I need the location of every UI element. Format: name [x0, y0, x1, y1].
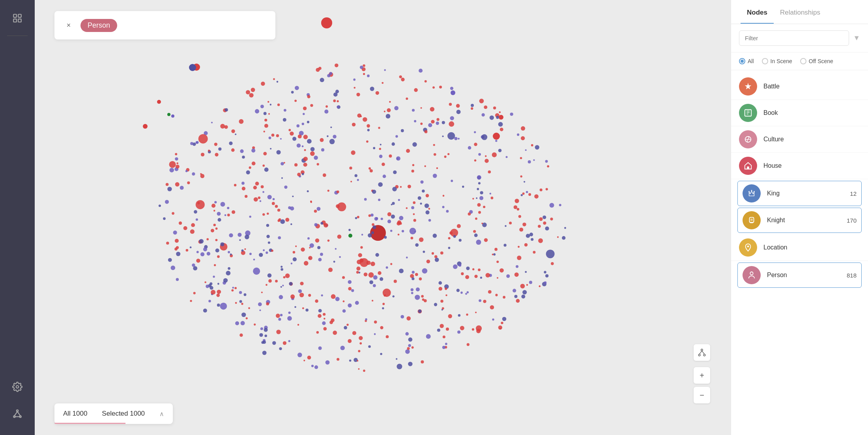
svg-line-14: [700, 351, 702, 354]
canvas-controls: + −: [694, 344, 710, 403]
svg-point-23: [751, 190, 752, 191]
search-bar: × Person: [54, 11, 275, 39]
search-tag-person[interactable]: Person: [80, 19, 117, 32]
filter-input[interactable]: [739, 30, 849, 46]
node-label: Location: [763, 244, 860, 251]
svg-point-11: [701, 349, 703, 351]
svg-rect-26: [750, 218, 754, 223]
svg-point-24: [748, 191, 750, 192]
bottom-bar-chevron-icon[interactable]: ∧: [159, 410, 164, 418]
node-list: BattleBookCultureHouseKing12Knight170Loc…: [731, 70, 868, 435]
node-label: Book: [763, 109, 860, 116]
tabs-bar: Nodes Relationships: [731, 0, 868, 24]
sidebar-divider: [7, 36, 28, 36]
node-label: Person: [767, 272, 840, 279]
radio-in-scene[interactable]: In Scene: [762, 58, 792, 64]
list-item[interactable]: Person818: [737, 262, 862, 288]
search-close-button[interactable]: ×: [62, 19, 75, 32]
svg-rect-2: [13, 19, 17, 22]
svg-rect-0: [13, 14, 17, 17]
svg-rect-1: [18, 14, 21, 17]
svg-line-15: [702, 351, 704, 354]
knight-icon: [743, 211, 761, 229]
filter-sidebar-icon[interactable]: [7, 8, 28, 28]
svg-point-25: [754, 191, 755, 192]
radio-all-label: All: [748, 58, 754, 64]
radio-off-scene-label: Off Scene: [809, 58, 833, 64]
person-icon: [743, 266, 761, 284]
svg-line-9: [17, 412, 21, 416]
king-icon: [743, 184, 761, 202]
radio-in-scene-circle: [762, 58, 768, 64]
right-panel: Nodes Relationships ▼ All In Scene Off S…: [731, 0, 868, 435]
list-item[interactable]: Culture: [731, 126, 868, 153]
node-label: Knight: [767, 217, 840, 224]
radio-off-scene[interactable]: Off Scene: [800, 58, 833, 64]
node-count: 170: [847, 217, 857, 224]
network-sidebar-icon[interactable]: [7, 403, 28, 424]
svg-point-12: [698, 354, 700, 356]
book-icon: [739, 104, 757, 122]
svg-point-13: [703, 354, 705, 356]
svg-point-31: [750, 272, 753, 275]
zoom-in-button[interactable]: +: [694, 367, 710, 384]
sidebar-bottom-icons: [7, 377, 28, 427]
svg-point-4: [16, 386, 19, 388]
node-label: House: [763, 162, 860, 169]
all-count-label: All 1000: [63, 410, 87, 418]
svg-line-8: [14, 412, 17, 416]
selected-count-label: Selected 1000: [102, 410, 145, 418]
battle-icon: [739, 77, 757, 96]
house-icon: [739, 157, 757, 175]
graph-layout-button[interactable]: [694, 344, 710, 361]
list-item[interactable]: King12: [737, 181, 862, 206]
culture-icon: [739, 130, 757, 148]
filter-bar: ▼: [731, 24, 868, 52]
dot-canvas: [35, 0, 731, 435]
node-label: Battle: [763, 83, 860, 90]
location-icon: [739, 238, 757, 257]
list-item[interactable]: House: [731, 153, 868, 179]
svg-rect-16: [745, 110, 752, 116]
svg-rect-29: [750, 222, 753, 223]
filter-funnel-icon[interactable]: ▼: [853, 34, 860, 42]
node-label: Culture: [763, 136, 860, 143]
list-item[interactable]: Knight170: [737, 208, 862, 233]
list-item[interactable]: Location: [731, 234, 868, 261]
svg-point-5: [17, 410, 18, 411]
list-item[interactable]: Book: [731, 100, 868, 126]
sidebar: [0, 0, 35, 435]
bottom-status-bar: All 1000 Selected 1000 ∧: [54, 403, 173, 424]
svg-point-30: [747, 246, 749, 248]
node-count: 818: [847, 272, 857, 279]
radio-all[interactable]: All: [739, 58, 754, 64]
settings-sidebar-icon[interactable]: [7, 377, 28, 397]
radio-in-scene-label: In Scene: [771, 58, 792, 64]
tab-relationships[interactable]: Relationships: [774, 0, 827, 24]
node-label: King: [767, 190, 844, 197]
main-canvas-area: × Person All 1000 Selected 1000 ∧ + −: [35, 0, 731, 435]
tab-nodes[interactable]: Nodes: [741, 0, 774, 24]
progress-bar: [54, 423, 125, 424]
radio-group: All In Scene Off Scene: [731, 52, 868, 70]
list-item[interactable]: Battle: [731, 73, 868, 100]
zoom-out-button[interactable]: −: [694, 387, 710, 403]
svg-rect-22: [747, 167, 749, 169]
radio-off-scene-circle: [800, 58, 806, 64]
svg-rect-3: [18, 19, 21, 22]
radio-all-circle: [739, 58, 745, 64]
node-count: 12: [850, 190, 857, 197]
